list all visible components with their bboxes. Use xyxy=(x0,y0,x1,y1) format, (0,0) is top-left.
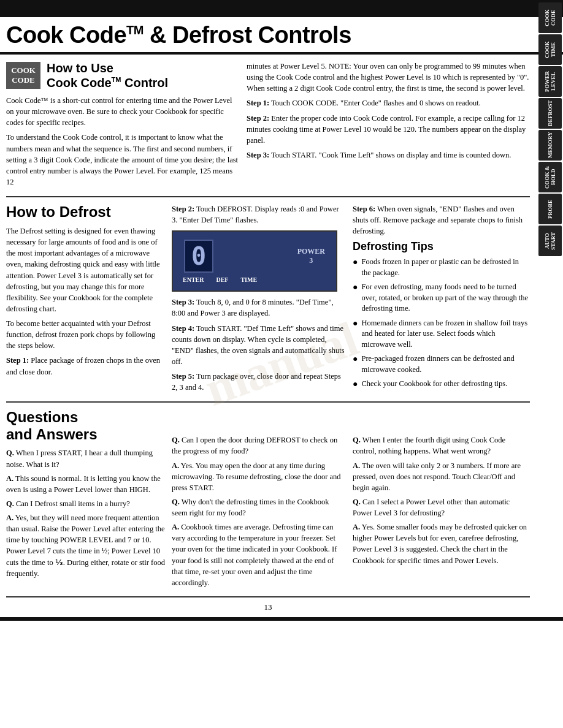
defrost-left-body: The Defrost setting is designed for even… xyxy=(6,226,166,377)
sidebar-tab-probe[interactable]: PROBE xyxy=(538,194,562,224)
defrost-middle-body: Step 2: Touch DEFROST. Display reads :0 … xyxy=(172,203,347,226)
main-title-section: Cook CodeTM & Defrost Controls xyxy=(0,17,563,55)
top-bar xyxy=(0,0,563,17)
defrost-title: How to Defrost xyxy=(6,203,166,221)
tip-2: ● For even defrosting, many foods need t… xyxy=(353,282,530,314)
defrost-left: How to Defrost The Defrost setting is de… xyxy=(6,203,172,396)
display-power: POWER 3 xyxy=(297,247,325,265)
cook-code-left: COOK CODE How to Use Cook CodeTM Control… xyxy=(6,61,239,191)
cook-code-title: How to Use Cook CodeTM Control xyxy=(47,61,168,90)
qa-right: Q. When I enter the fourth digit using C… xyxy=(353,409,530,591)
sidebar-tab-cookcode[interactable]: COOK CODE xyxy=(538,2,562,33)
display-panel: 0 POWER 3 ENTER DEF TIME xyxy=(172,230,337,292)
tip-4: ● Pre-packaged frozen dinners can be def… xyxy=(353,354,530,375)
display-def-label: DEF xyxy=(216,276,228,283)
cook-code-right: minutes at Power Level 5. NOTE: Your ove… xyxy=(247,61,530,191)
cook-code-section: COOK CODE How to Use Cook CodeTM Control… xyxy=(6,55,530,197)
page-number: 13 xyxy=(6,597,530,615)
main-content: COOK CODE How to Use Cook CodeTM Control… xyxy=(0,55,536,615)
display-enter-label: ENTER xyxy=(183,276,204,283)
qa-middle: Q. Can I open the door during DEFROST to… xyxy=(172,409,353,591)
defrost-middle-steps: Step 3: Touch 8, 0, and 0 for 8 minutes.… xyxy=(172,297,347,393)
display-digit: 0 xyxy=(184,240,213,273)
sidebar-tab-defrost[interactable]: DEFROST xyxy=(538,98,562,129)
tip-5: ● Check your Cookbook for other defrosti… xyxy=(353,379,530,390)
defrost-tips-title: Defrosting Tips xyxy=(353,240,530,253)
sidebar-tab-autostart[interactable]: AUTO START xyxy=(538,226,562,256)
cook-code-header: COOK CODE How to Use Cook CodeTM Control xyxy=(6,61,239,90)
qa-section: Questions and Answers Q. When I press ST… xyxy=(6,403,530,597)
tip-1: ● Foods frozen in paper or plastic can b… xyxy=(353,257,530,278)
qa-left: Questions and Answers Q. When I press ST… xyxy=(6,409,172,591)
qa-middle-text: Q. Can I open the door during DEFROST to… xyxy=(172,434,347,588)
bottom-bar xyxy=(0,617,563,621)
defrost-step6: Step 6: When oven signals, "END" flashes… xyxy=(353,203,530,237)
sidebar-tab-cookhold[interactable]: COOK & HOLD xyxy=(538,162,562,192)
cook-code-box: COOK CODE xyxy=(6,62,40,88)
display-time-label: TIME xyxy=(240,276,257,283)
sidebar-tab-cooktime[interactable]: COOK TIME xyxy=(538,34,562,65)
defrost-section: How to Defrost The Defrost setting is de… xyxy=(6,197,530,403)
sidebar-tab-memory[interactable]: MEMORY xyxy=(538,130,562,161)
qa-title: Questions and Answers xyxy=(6,409,166,442)
qa-left-text: Q. When I press START, I hear a dull thu… xyxy=(6,447,166,578)
defrost-right: Step 6: When oven signals, "END" flashes… xyxy=(353,203,530,396)
page-title: Cook CodeTM & Defrost Controls xyxy=(6,22,557,48)
cook-code-right-body: minutes at Power Level 5. NOTE: Your ove… xyxy=(247,61,530,161)
defrost-tips: ● Foods frozen in paper or plastic can b… xyxy=(353,257,530,390)
defrost-middle: Step 2: Touch DEFROST. Display reads :0 … xyxy=(172,203,353,396)
cook-code-body: Cook Code™ is a short-cut control for en… xyxy=(6,95,239,188)
sidebar-tab-powerlevel[interactable]: POWER LEVEL xyxy=(538,66,562,97)
qa-right-text: Q. When I enter the fourth digit using C… xyxy=(353,434,530,566)
right-sidebar: COOK CODE COOK TIME POWER LEVEL DEFROST … xyxy=(537,0,563,259)
tip-3: ● Homemade dinners can be frozen in shal… xyxy=(353,318,530,351)
